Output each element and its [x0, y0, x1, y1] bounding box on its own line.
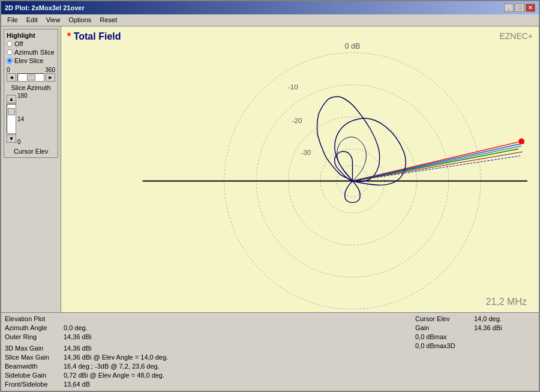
vert-slider-area: ▲ ▼ 180 14 0	[7, 92, 55, 145]
status-gain-row: Gain 14,36 dBi	[415, 324, 535, 333]
radio-elev-label: Elev Slice	[14, 57, 43, 64]
svg-text:-10: -10	[288, 83, 298, 91]
menu-view[interactable]: View	[43, 16, 64, 25]
minimize-button[interactable]: _	[504, 4, 514, 12]
svg-line-13	[352, 146, 521, 181]
status-dbmax-row: 0,0 dBmax	[415, 333, 535, 342]
main-content: Highlight Off Azimuth Slice Elev Slice	[1, 26, 539, 312]
svg-line-12	[352, 149, 518, 181]
slice-max-label: Slice Max Gain	[5, 353, 59, 362]
highlight-group: Highlight Off Azimuth Slice Elev Slice	[4, 29, 58, 158]
sidelobe-label: Sidelobe Gain	[5, 371, 59, 380]
elevation-plot-label: Elevation Plot	[5, 315, 59, 324]
vert-bottom-val: 0	[17, 139, 28, 145]
svg-line-15	[352, 152, 523, 181]
menu-options[interactable]: Options	[65, 16, 95, 25]
vert-current-val: 14	[17, 116, 28, 122]
slider-left-btn[interactable]: ◄	[7, 73, 16, 82]
dbmax3d-val: 0,0 dBmax3D	[415, 342, 455, 351]
svg-point-14	[518, 139, 524, 145]
radio-azimuth-slice[interactable]: Azimuth Slice	[7, 49, 55, 56]
menubar: File Edit View Options Reset	[1, 14, 539, 26]
svg-text:-30: -30	[301, 148, 311, 156]
window-title: 2D Plot: 2xMox3el 21over	[5, 4, 85, 11]
radio-elev-slice[interactable]: Elev Slice	[7, 57, 55, 64]
horiz-slider-group: 0 360 ◄ ►	[7, 67, 55, 82]
vert-slider-controls: ▲ ▼	[7, 95, 16, 143]
window-controls: _ □ ✕	[504, 4, 535, 12]
azimuth-angle-val: 0,0 deg.	[64, 324, 88, 333]
beamwidth-label: Beamwidth	[5, 362, 59, 371]
cursor-elev-label: Cursor Elev	[415, 315, 469, 324]
cursor-elev-val: 14,0 deg.	[474, 315, 502, 324]
title-bar: 2D Plot: 2xMox3el 21over _ □ ✕	[1, 1, 539, 14]
beamwidth-val: 16,4 deg.; -3dB @ 7,2, 23,6 deg.	[64, 362, 160, 371]
azimuth-angle-label: Azimuth Angle	[5, 324, 59, 333]
status-azimuth-row: Azimuth Angle 0,0 deg.	[5, 324, 403, 333]
vert-slider-track[interactable]	[7, 104, 16, 134]
gain-3d-label: 3D Max Gain	[5, 344, 59, 353]
slice-azimuth-label: Slice Azimuth	[7, 84, 55, 91]
status-dbmax3d-row: 0,0 dBmax3D	[415, 342, 535, 351]
plot-svg: 0 dB -10 -20 -30	[61, 26, 539, 312]
vert-down-btn[interactable]: ▼	[7, 134, 16, 143]
slider-min: 0	[7, 67, 10, 73]
gain-val: 14,36 dBi	[474, 324, 502, 333]
slider-range-row: 0 360	[7, 67, 55, 73]
slider-row: ◄ ►	[7, 73, 55, 82]
plot-area: * Total Field EZNEC+ 21,2 MHz 0 dB -10	[61, 26, 539, 312]
horiz-slider-track[interactable]	[17, 73, 44, 82]
gain-label: Gain	[415, 324, 469, 333]
radio-group: Off Azimuth Slice Elev Slice	[7, 40, 55, 64]
left-panel: Highlight Off Azimuth Slice Elev Slice	[1, 26, 61, 312]
menu-reset[interactable]: Reset	[96, 16, 121, 25]
status-sidelobe-row: Sidelobe Gain 0,72 dBi @ Elev Angle = 48…	[5, 371, 403, 380]
vert-values: 180 14 0	[17, 92, 28, 145]
status-beamwidth-row: Beamwidth 16,4 deg.; -3dB @ 7,2, 23,6 de…	[5, 362, 403, 371]
status-cursor-elev-row: Cursor Elev 14,0 deg.	[415, 315, 535, 324]
status-outer-ring-row: Outer Ring 14,36 dBi	[5, 333, 403, 342]
gain-3d-val: 14,36 dBi	[64, 344, 91, 353]
front-sidelobe-val: 13,64 dB	[64, 380, 90, 389]
status-3d-gain-row: 3D Max Gain 14,36 dBi	[5, 344, 403, 353]
slider-right-btn[interactable]: ►	[46, 73, 55, 82]
svg-text:0 dB: 0 dB	[344, 42, 360, 50]
slider-max: 360	[45, 67, 55, 73]
dbmax-val: 0,0 dBmax	[415, 333, 447, 342]
front-sidelobe-label: Front/Sidelobe	[5, 380, 59, 389]
outer-ring-val: 14,36 dBi	[64, 333, 91, 342]
radio-off[interactable]: Off	[7, 40, 55, 47]
status-section-2: 3D Max Gain 14,36 dBi Slice Max Gain 14,…	[5, 344, 403, 389]
status-bar: Elevation Plot Azimuth Angle 0,0 deg. Ou…	[1, 312, 539, 391]
vert-up-btn[interactable]: ▲	[7, 95, 16, 103]
radio-off-label: Off	[14, 40, 23, 47]
slice-max-val: 14,36 dBi @ Elev Angle = 14,0 deg.	[64, 353, 168, 362]
sidelobe-val: 0,72 dBi @ Elev Angle = 48,0 deg.	[64, 371, 164, 380]
main-window: 2D Plot: 2xMox3el 21over _ □ ✕ File Edit…	[0, 0, 540, 392]
close-button[interactable]: ✕	[526, 4, 535, 12]
horiz-slider-thumb[interactable]	[27, 74, 35, 80]
status-left: Elevation Plot Azimuth Angle 0,0 deg. Ou…	[5, 315, 403, 389]
highlight-label: Highlight	[7, 32, 55, 39]
svg-text:-20: -20	[292, 116, 302, 124]
maximize-button[interactable]: □	[515, 4, 524, 12]
radio-azimuth-label: Azimuth Slice	[14, 49, 55, 56]
status-slice-max-row: Slice Max Gain 14,36 dBi @ Elev Angle = …	[5, 353, 403, 362]
outer-ring-label: Outer Ring	[5, 333, 59, 342]
status-front-sidelobe-row: Front/Sidelobe 13,64 dB	[5, 380, 403, 389]
menu-edit[interactable]: Edit	[23, 16, 41, 25]
status-elevation-plot: Elevation Plot	[5, 315, 403, 324]
status-right: Cursor Elev 14,0 deg. Gain 14,36 dBi 0,0…	[415, 315, 535, 389]
cursor-elev-label: Cursor Elev	[7, 148, 55, 155]
vert-top-val: 180	[17, 92, 28, 99]
vert-slider-thumb[interactable]	[8, 108, 15, 115]
menu-file[interactable]: File	[4, 16, 22, 25]
